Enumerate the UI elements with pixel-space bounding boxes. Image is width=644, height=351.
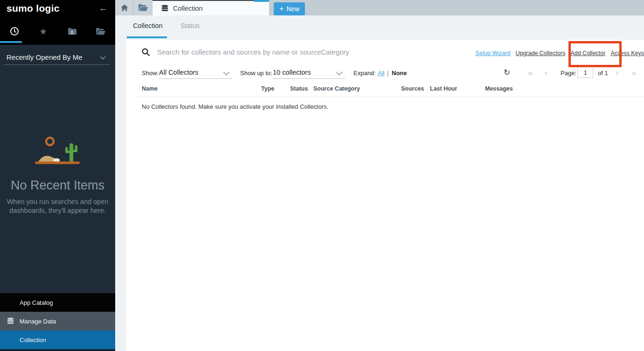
chevron-down-icon[interactable] bbox=[336, 71, 343, 76]
recents-tab[interactable] bbox=[0, 21, 29, 41]
description-line-1: When you run searches and open bbox=[0, 197, 115, 206]
column-messages[interactable]: Messages bbox=[485, 85, 513, 92]
new-button-label: New bbox=[286, 5, 299, 13]
main-area: Collection + New Collection Status Setup… bbox=[115, 0, 644, 351]
subtab-status[interactable]: Status bbox=[180, 22, 200, 29]
subtab-active-indicator bbox=[127, 36, 167, 38]
subtab-bar: Collection Status bbox=[115, 15, 644, 40]
access-keys-link[interactable]: Access Keys bbox=[610, 50, 644, 56]
sidebar: sumo logic ← ★ bbox=[0, 0, 115, 351]
sumo-logic-logo: sumo logic bbox=[7, 3, 60, 14]
shared-folders-tab[interactable] bbox=[58, 21, 87, 41]
expand-all-link[interactable]: All bbox=[378, 70, 384, 77]
new-button[interactable]: + New bbox=[274, 2, 305, 15]
database-icon bbox=[7, 317, 15, 325]
show-label: Show: bbox=[142, 70, 159, 77]
expand-label: Expand: bbox=[353, 70, 376, 77]
library-tab[interactable] bbox=[86, 21, 115, 41]
first-page-icon[interactable]: « bbox=[528, 68, 533, 78]
star-icon: ★ bbox=[39, 26, 47, 37]
tab-active-indicator bbox=[254, 0, 269, 2]
filter-toolbar: Show: All Collectors Show up to: 10 coll… bbox=[126, 67, 644, 79]
table-header-row: Name Type Status Source Category Sources… bbox=[126, 85, 644, 97]
bottom-nav-divider bbox=[0, 349, 115, 351]
home-button[interactable] bbox=[115, 0, 134, 15]
search-input[interactable] bbox=[157, 48, 381, 56]
page-label: Page: bbox=[561, 70, 576, 77]
expand-none-link[interactable]: None bbox=[392, 70, 407, 77]
chevron-down-icon[interactable] bbox=[223, 71, 230, 76]
tab-collection[interactable]: Collection bbox=[152, 0, 269, 15]
subtab-collection[interactable]: Collection bbox=[133, 22, 163, 29]
sidebar-icon-nav: ★ bbox=[0, 21, 115, 41]
tab-title: Collection bbox=[173, 5, 203, 12]
table-header-divider bbox=[137, 97, 644, 97]
column-source-category[interactable]: Source Category bbox=[313, 85, 360, 92]
dropdown-underline bbox=[4, 64, 110, 65]
upgrade-collectors-link[interactable]: Upgrade Collectors bbox=[515, 50, 565, 56]
column-name[interactable]: Name bbox=[142, 85, 158, 92]
empty-state-message: No Collectors found. Make sure you activ… bbox=[142, 103, 328, 110]
add-collector-link[interactable]: Add Collector bbox=[570, 50, 605, 56]
next-page-icon[interactable]: › bbox=[616, 68, 618, 78]
action-links: Setup Wizard Upgrade Collectors Add Coll… bbox=[475, 50, 644, 56]
desert-illustration bbox=[29, 135, 85, 170]
content-panel: Setup Wizard Upgrade Collectors Add Coll… bbox=[126, 40, 644, 351]
search-bar bbox=[142, 48, 381, 56]
refresh-icon[interactable]: ↻ bbox=[504, 68, 510, 77]
collection-label: Collection bbox=[20, 337, 46, 344]
library-button[interactable] bbox=[134, 0, 152, 15]
dropdown-underline bbox=[159, 78, 232, 79]
recents-filter-label: Recently Opened By Me bbox=[7, 53, 83, 61]
search-icon bbox=[142, 48, 150, 56]
no-recent-items-description: When you run searches and open dashboard… bbox=[0, 197, 115, 215]
clock-icon bbox=[10, 27, 19, 36]
last-page-icon[interactable]: » bbox=[631, 68, 637, 78]
collapse-sidebar-icon[interactable]: ← bbox=[99, 3, 108, 14]
app-catalog-label: App Catalog bbox=[20, 299, 53, 306]
sidebar-item-collection[interactable]: Collection bbox=[0, 330, 115, 349]
plus-icon: + bbox=[279, 5, 284, 13]
expand-separator: | bbox=[387, 70, 388, 77]
open-folder-icon bbox=[96, 28, 105, 35]
setup-wizard-link[interactable]: Setup Wizard bbox=[475, 50, 510, 56]
show-up-to-label: Show up to: bbox=[240, 70, 272, 77]
page-of-label: of 1 bbox=[598, 70, 608, 77]
active-tab-indicator bbox=[0, 41, 22, 43]
folder-person-icon bbox=[68, 28, 76, 35]
sidebar-item-manage-data[interactable]: Manage Data bbox=[0, 312, 115, 330]
description-line-2: dashboards, they'll appear here. bbox=[0, 206, 115, 215]
home-icon bbox=[121, 4, 128, 11]
chevron-down-icon bbox=[100, 56, 106, 60]
dropdown-underline bbox=[273, 78, 345, 79]
sidebar-item-app-catalog[interactable]: App Catalog bbox=[0, 293, 115, 312]
page-number-input[interactable] bbox=[577, 67, 593, 78]
top-tab-bar: Collection + New bbox=[115, 0, 644, 15]
column-type[interactable]: Type bbox=[261, 85, 274, 92]
column-last-hour[interactable]: Last Hour bbox=[430, 85, 457, 92]
column-sources[interactable]: Sources bbox=[401, 85, 424, 92]
column-status[interactable]: Status bbox=[290, 85, 308, 92]
database-icon bbox=[161, 5, 169, 12]
open-folder-icon bbox=[138, 4, 148, 11]
show-dropdown[interactable]: All Collectors bbox=[159, 69, 199, 76]
manage-data-label: Manage Data bbox=[20, 318, 56, 325]
prev-page-icon[interactable]: ‹ bbox=[545, 68, 547, 78]
favorites-tab[interactable]: ★ bbox=[29, 21, 58, 41]
no-recent-items-title: No Recent Items bbox=[0, 178, 115, 193]
show-up-to-dropdown[interactable]: 10 collectors bbox=[273, 69, 311, 76]
sidebar-header: sumo logic ← ★ bbox=[0, 0, 115, 45]
